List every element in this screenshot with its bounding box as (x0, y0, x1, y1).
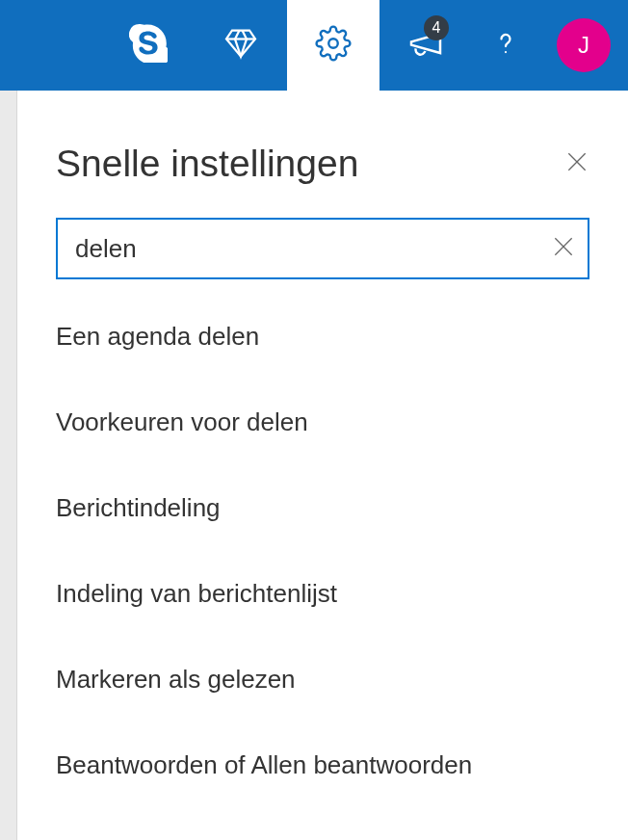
help-button[interactable] (472, 0, 539, 91)
premium-icon (223, 26, 258, 65)
panel-header: Snelle instellingen (56, 91, 589, 218)
notification-badge: 4 (424, 15, 449, 40)
results-list: Een agenda delen Voorkeuren voor delen B… (56, 322, 589, 780)
skype-button[interactable] (102, 0, 195, 91)
close-panel-button[interactable] (564, 149, 589, 178)
help-icon (488, 26, 523, 65)
sidebar-edge (0, 91, 17, 840)
result-item[interactable]: Beantwoorden of Allen beantwoorden (56, 750, 589, 780)
settings-button[interactable] (287, 0, 379, 91)
search-wrap (56, 218, 589, 279)
x-icon (551, 234, 576, 259)
result-item[interactable]: Indeling van berichtenlijst (56, 579, 589, 609)
svg-point-0 (328, 39, 338, 48)
result-item[interactable]: Berichtindeling (56, 493, 589, 523)
premium-button[interactable] (195, 0, 287, 91)
topbar: 4 J (0, 0, 628, 91)
avatar[interactable]: J (557, 18, 611, 72)
result-item[interactable]: Voorkeuren voor delen (56, 407, 589, 437)
announcements-button[interactable]: 4 (379, 0, 472, 91)
result-item[interactable]: Markeren als gelezen (56, 665, 589, 695)
avatar-initial: J (578, 32, 589, 59)
quick-settings-panel: Snelle instellingen Een agenda delen Voo… (0, 91, 628, 780)
result-item[interactable]: Een agenda delen (56, 322, 589, 352)
settings-icon (315, 25, 352, 66)
close-icon (564, 149, 589, 174)
search-input[interactable] (56, 218, 589, 279)
clear-search-button[interactable] (551, 234, 576, 263)
skype-icon (129, 24, 168, 66)
panel-title: Snelle instellingen (56, 143, 358, 185)
